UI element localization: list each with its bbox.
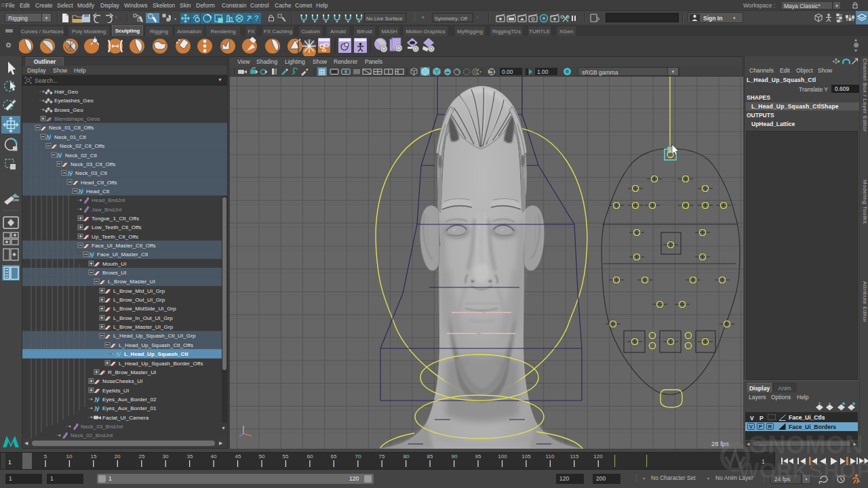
svg-text:L_Brow_In_Out_UI_Grp: L_Brow_In_Out_UI_Grp — [113, 315, 173, 321]
svg-text:Head_Ctl: Head_Ctl — [86, 188, 109, 195]
svg-text:Eyes_Aux_Border_01: Eyes_Aux_Border_01 — [102, 405, 157, 411]
svg-text:Blendshape_Geos: Blendshape_Geos — [54, 116, 100, 122]
svg-text:105: 105 — [521, 453, 531, 460]
svg-text:35: 35 — [187, 453, 193, 460]
svg-text:L_Brow_MidSide_UI_Grp: L_Brow_MidSide_UI_Grp — [113, 306, 176, 312]
svg-text:Head_Ctl_Offs: Head_Ctl_Offs — [81, 180, 117, 186]
svg-text:Neck_03_Ctl_Offs: Neck_03_Ctl_Offs — [71, 161, 115, 167]
svg-text:120: 120 — [593, 453, 603, 460]
svg-text:50: 50 — [259, 453, 265, 460]
svg-text:Facial_UI_Camera: Facial_UI_Camera — [102, 415, 149, 421]
svg-text:Eyelids_UI: Eyelids_UI — [102, 388, 129, 394]
svg-text:95: 95 — [475, 453, 481, 460]
svg-text:?: ? — [254, 14, 258, 22]
svg-text:L_Brow_Out_UI_Grp: L_Brow_Out_UI_Grp — [113, 297, 165, 303]
svg-text:Neck_02_Ctl_Offs: Neck_02_Ctl_Offs — [60, 143, 104, 149]
svg-text:Up_Teeth_Ctl_Offs: Up_Teeth_Ctl_Offs — [92, 234, 138, 240]
svg-text:Tongue_1_Ctl_Offs: Tongue_1_Ctl_Offs — [92, 216, 139, 222]
svg-text:Brows_UI: Brows_UI — [102, 270, 126, 276]
svg-text:Brows_Geo: Brows_Geo — [54, 107, 83, 113]
svg-text:L_Brow_Master_UI: L_Brow_Master_UI — [108, 279, 155, 285]
svg-text:Neck_03_BndJnt: Neck_03_BndJnt — [81, 424, 123, 430]
svg-text:70: 70 — [355, 453, 361, 460]
svg-text:25: 25 — [139, 453, 145, 460]
svg-text:60: 60 — [307, 453, 313, 460]
svg-text:Neck_01_Ctl_Offs: Neck_01_Ctl_Offs — [49, 125, 94, 131]
svg-text:115: 115 — [570, 453, 579, 460]
svg-text:L_Head_Up_Squash_Ctl_Offs: L_Head_Up_Squash_Ctl_Offs — [119, 342, 193, 348]
svg-text:110: 110 — [546, 453, 555, 460]
svg-text:Eyelashes_Geo: Eyelashes_Geo — [54, 98, 94, 104]
svg-text:Mouth_UI: Mouth_UI — [102, 261, 126, 267]
svg-text:L_Head_Up_Squash_Border_Offs: L_Head_Up_Squash_Border_Offs — [119, 361, 203, 367]
svg-text:L_Brow_Mid_UI_Grp: L_Brow_Mid_UI_Grp — [113, 288, 165, 294]
svg-text:55: 55 — [283, 453, 289, 460]
svg-text:85: 85 — [427, 453, 433, 460]
svg-text:30: 30 — [163, 453, 169, 460]
svg-text:Face_UI_Master_Ctl_Offs: Face_UI_Master_Ctl_Offs — [92, 243, 156, 249]
svg-text:Eyes_Aux_Border_02: Eyes_Aux_Border_02 — [102, 396, 157, 403]
svg-text:45: 45 — [235, 453, 241, 460]
svg-text:Neck_02_Ctl: Neck_02_Ctl — [65, 152, 97, 159]
svg-text:40: 40 — [211, 453, 217, 460]
svg-text:5: 5 — [44, 453, 47, 460]
svg-text:65: 65 — [331, 453, 337, 460]
svg-text:L_Brow_Master_UI_Grp: L_Brow_Master_UI_Grp — [113, 324, 174, 330]
svg-text:Low_Teeth_Ctl_Offs: Low_Teeth_Ctl_Offs — [92, 224, 142, 230]
svg-text:1: 1 — [8, 459, 12, 466]
svg-text:75: 75 — [379, 453, 385, 460]
svg-text:15: 15 — [91, 453, 97, 460]
svg-text:Face_UI_Master_Ctl: Face_UI_Master_Ctl — [97, 251, 148, 258]
svg-text:100: 100 — [498, 453, 507, 460]
svg-text:Head_BndJnt: Head_BndJnt — [92, 197, 125, 203]
svg-text:20: 20 — [115, 453, 121, 460]
svg-text:Hair_Geo: Hair_Geo — [54, 89, 78, 95]
svg-text:80: 80 — [403, 453, 410, 460]
svg-text:Neck_02_BndJnt: Neck_02_BndJnt — [71, 432, 113, 439]
svg-text:Neck_03_Ctl: Neck_03_Ctl — [75, 170, 107, 176]
svg-text:Neck_01_Ctl: Neck_01_Ctl — [54, 134, 86, 140]
svg-text:NoseCheeks_UI: NoseCheeks_UI — [102, 378, 143, 384]
svg-text:90: 90 — [452, 453, 458, 460]
svg-text:L_Head_Up_Squash_Ctl_UI_Grp: L_Head_Up_Squash_Ctl_UI_Grp — [113, 333, 196, 339]
svg-text:R_Brow_Master_UI: R_Brow_Master_UI — [108, 369, 156, 375]
svg-text:Jaw_BndJnt: Jaw_BndJnt — [92, 207, 122, 213]
svg-text:10: 10 — [66, 453, 73, 460]
svg-text:L_Head_Up_Squash_Ctl: L_Head_Up_Squash_Ctl — [124, 351, 188, 357]
